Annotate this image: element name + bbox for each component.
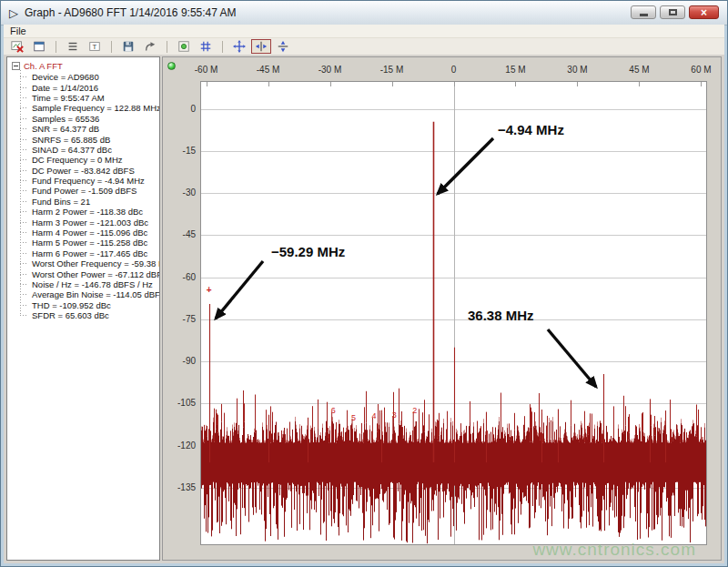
- tree-item[interactable]: Samples = 65536: [20, 114, 159, 124]
- y-tick-label: -135: [165, 482, 196, 492]
- tree-connector: [20, 170, 28, 171]
- legend-button[interactable]: [63, 39, 83, 54]
- tree-item[interactable]: SINAD = 64.377 dBc: [20, 145, 159, 155]
- zoom-y-button[interactable]: [273, 39, 293, 54]
- tree-connector: [20, 232, 28, 233]
- save-button[interactable]: [118, 39, 138, 54]
- tree-root[interactable]: Ch. A FFT: [12, 60, 159, 71]
- y-tick-label: -30: [165, 187, 196, 197]
- tree-item[interactable]: Worst Other Frequency = -59.38 MHz: [20, 258, 159, 268]
- tree-item[interactable]: Harm 5 Power = -115.258 dBc: [20, 238, 159, 248]
- datatip-icon: [177, 40, 190, 53]
- properties-window-button[interactable]: [29, 39, 49, 54]
- tree-item[interactable]: THD = -109.952 dBc: [20, 300, 159, 310]
- copy-button[interactable]: [140, 39, 160, 54]
- tree-connector: [20, 294, 28, 295]
- y-tick-label: -15: [165, 146, 196, 156]
- plot-area[interactable]: 23456+: [200, 81, 707, 545]
- tree-item-label: Average Bin Noise = -114.05 dBFS: [32, 289, 160, 299]
- svg-text:2: 2: [412, 406, 417, 415]
- y-tick-label: -60: [165, 272, 196, 282]
- tree-item-label: Fund Frequency = -4.94 MHz: [32, 176, 145, 186]
- svg-text:6: 6: [331, 406, 336, 415]
- x-tick-label: 45 M: [629, 65, 649, 75]
- tree-item[interactable]: Harm 3 Power = -121.003 dBc: [20, 217, 159, 227]
- tree-item-label: Harm 2 Power = -118.38 dBc: [32, 207, 143, 217]
- toolbar: T: [4, 38, 724, 56]
- y-tick-label: -105: [165, 398, 196, 408]
- collapse-icon[interactable]: [12, 62, 20, 70]
- tree-item[interactable]: DC Power = -83.842 dBFS: [20, 166, 159, 176]
- tree-item[interactable]: Fund Power = -1.509 dBFS: [20, 186, 159, 196]
- tree-item[interactable]: Harm 4 Power = -115.096 dBc: [20, 228, 159, 238]
- tree-connector: [20, 274, 28, 275]
- tree-item[interactable]: Fund Frequency = -4.94 MHz: [20, 176, 159, 186]
- tree-item[interactable]: DC Frequency = 0 MHz: [20, 155, 159, 165]
- measurements-panel[interactable]: Ch. A FFT Device = AD9680Date = 1/14/201…: [6, 56, 160, 561]
- data-labels-icon: T: [88, 40, 101, 53]
- watermark: www.cntronics.com: [532, 540, 696, 560]
- svg-text:3: 3: [392, 410, 397, 420]
- tree-item[interactable]: Device = AD9680: [20, 72, 159, 82]
- tree-item[interactable]: Fund Bins = 21: [20, 197, 159, 207]
- tree-item[interactable]: Time = 9:55:47 AM: [20, 93, 159, 103]
- tree-item[interactable]: Worst Other Power = -67.112 dBFS: [20, 268, 159, 278]
- tree-connector: [20, 263, 28, 264]
- x-tick-label: 15 M: [505, 65, 525, 75]
- datatip-button[interactable]: [174, 39, 194, 54]
- chart-panel: -60 M-45 M-30 M-15 M015 M30 M45 M60 M 0-…: [162, 56, 722, 561]
- zoom-x-button[interactable]: [251, 39, 271, 54]
- tree-connector: [20, 149, 28, 150]
- toolbar-separator: [111, 41, 112, 53]
- tree-item[interactable]: Noise / Hz = -146.78 dBFS / Hz: [20, 279, 159, 289]
- tree-item-label: Worst Other Power = -67.112 dBFS: [32, 269, 160, 279]
- tree-connector: [20, 159, 28, 160]
- tree-connector: [20, 180, 28, 181]
- close-button[interactable]: ×: [689, 5, 719, 19]
- tree-connector: [20, 139, 28, 140]
- tree-item-label: DC Frequency = 0 MHz: [32, 155, 123, 165]
- tree-item[interactable]: Sample Frequency = 122.88 MHz: [20, 103, 159, 113]
- tree-item[interactable]: Harm 6 Power = -117.465 dBc: [20, 248, 159, 258]
- tree-item-label: Harm 3 Power = -121.003 dBc: [32, 218, 148, 228]
- tree-item-label: THD = -109.952 dBc: [32, 300, 111, 310]
- zoom-x-icon: [255, 40, 268, 53]
- tree-connector: [20, 305, 28, 306]
- tree-item-label: Noise / Hz = -146.78 dBFS / Hz: [32, 279, 153, 289]
- tree-connector: [20, 201, 28, 202]
- x-tick-label: 0: [451, 65, 457, 75]
- export-image-button[interactable]: [7, 39, 27, 54]
- tree-item[interactable]: Date = 1/14/2016: [20, 82, 159, 92]
- minimize-button[interactable]: [631, 5, 656, 19]
- tree-connector: [20, 253, 28, 254]
- y-tick-label: -45: [165, 229, 196, 239]
- y-tick-label: -120: [165, 440, 196, 451]
- tree-item[interactable]: SNR = 64.377 dB: [20, 124, 159, 134]
- tree-item[interactable]: Average Bin Noise = -114.05 dBFS: [20, 289, 159, 299]
- tree-item-label: Sample Frequency = 122.88 MHz: [32, 103, 160, 113]
- tree-connector: [20, 97, 28, 98]
- legend-icon: [66, 40, 79, 53]
- zoom-fit-icon: [233, 40, 246, 53]
- status-led-icon: [167, 62, 176, 70]
- properties-window-icon: [33, 40, 46, 53]
- tree-item[interactable]: SNRFS = 65.885 dB: [20, 134, 159, 144]
- menu-file[interactable]: File: [4, 25, 33, 36]
- app-window: ▷ Graph - AD9680 FFT 1/14/2016 9:55:47 A…: [0, 0, 728, 567]
- tree-item[interactable]: SFDR = 65.603 dBc: [20, 310, 159, 320]
- tree-item[interactable]: Harm 2 Power = -118.38 dBc: [20, 207, 159, 217]
- export-image-icon: [11, 40, 24, 53]
- data-labels-button[interactable]: T: [85, 39, 105, 54]
- tree-item-label: SINAD = 64.377 dBc: [32, 145, 112, 155]
- tree-connector: [20, 242, 28, 243]
- tree-connector: [20, 284, 28, 285]
- toolbar-separator: [56, 41, 56, 53]
- title-bar[interactable]: ▷ Graph - AD9680 FFT 1/14/2016 9:55:47 A…: [1, 1, 727, 25]
- tree-connector: [20, 222, 28, 223]
- zoom-fit-button[interactable]: [229, 39, 249, 54]
- maximize-button[interactable]: [660, 5, 685, 19]
- save-icon: [122, 40, 135, 53]
- x-tick-label: -45 M: [257, 65, 280, 75]
- grid-button[interactable]: [196, 39, 216, 54]
- tree-item-label: Worst Other Frequency = -59.38 MHz: [32, 258, 160, 268]
